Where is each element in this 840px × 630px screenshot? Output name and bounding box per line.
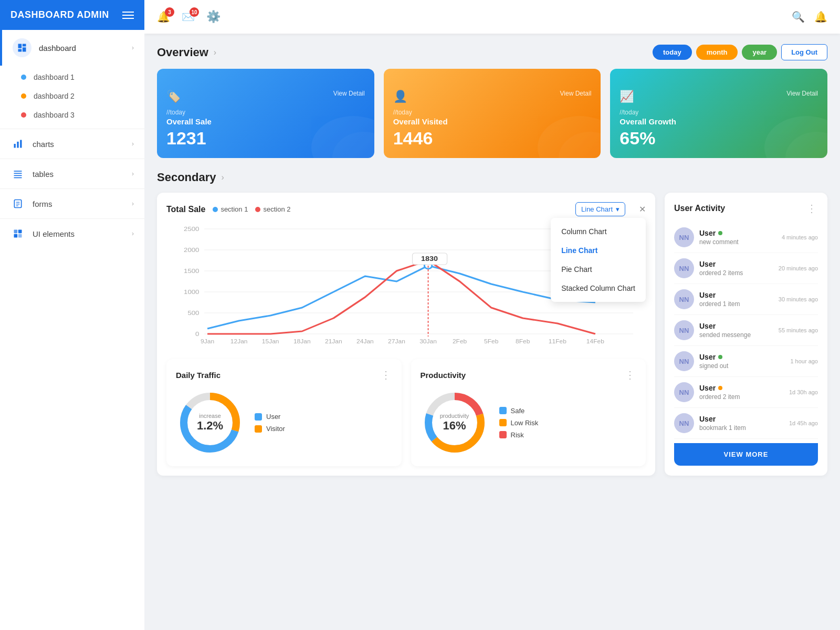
traffic-user-label: User — [266, 413, 280, 421]
legend-label-section1: section 1 — [220, 205, 248, 213]
ua-action-3: sended messenge — [699, 331, 773, 339]
visited-view-detail[interactable]: View Detail — [560, 90, 592, 97]
notification-bell-icon[interactable]: 🔔 — [814, 10, 827, 23]
tab-month[interactable]: month — [696, 45, 738, 60]
ua-item-0: NN User new comment 4 minutes ago — [674, 222, 818, 253]
search-icon[interactable]: 🔍 — [792, 10, 805, 23]
growth-view-detail[interactable]: View Detail — [786, 90, 818, 97]
label-dashboard1: dashboard 1 — [34, 73, 75, 81]
sale-icon: 🏷️ — [166, 90, 181, 103]
dot-dashboard3 — [21, 112, 26, 118]
svg-text:21Jan: 21Jan — [325, 339, 342, 344]
productivity-center-value: 16% — [440, 419, 469, 433]
forms-icon — [10, 196, 25, 211]
forms-chevron: › — [132, 200, 134, 207]
ui-elements-icon — [10, 226, 25, 241]
svg-text:500: 500 — [187, 310, 199, 317]
dropdown-pie-chart[interactable]: Pie Chart — [551, 260, 646, 279]
sidebar-item-tables[interactable]: tables › — [0, 159, 144, 188]
traffic-user-color — [255, 413, 262, 421]
svg-text:0: 0 — [195, 331, 200, 338]
label-ui-elements: UI elements — [33, 229, 132, 238]
label-dashboard2: dashboard 2 — [34, 92, 75, 100]
svg-text:2500: 2500 — [184, 226, 200, 233]
view-more-button[interactable]: VIEW MORE — [674, 443, 818, 466]
secondary-arrow: › — [222, 173, 224, 182]
visited-icon: 👤 — [393, 90, 407, 103]
logout-button[interactable]: Log Out — [781, 44, 827, 60]
ua-user-1: User — [699, 260, 773, 268]
label-dashboard3: dashboard 3 — [34, 111, 75, 119]
ua-status-dot-0 — [718, 231, 722, 235]
traffic-visitor-label: Visitor — [266, 425, 285, 433]
dropdown-line-chart[interactable]: Line Chart — [551, 241, 646, 260]
svg-rect-5 — [14, 175, 22, 176]
svg-text:14Feb: 14Feb — [586, 339, 604, 344]
svg-rect-8 — [16, 202, 20, 203]
main-content: 🔔 3 ✉️ 10 ⚙️ 🔍 🔔 Overview › today month … — [144, 0, 840, 630]
sidebar-item-forms[interactable]: forms › — [0, 188, 144, 218]
overview-arrow: › — [214, 48, 216, 57]
ua-avatar-3: NN — [674, 320, 694, 340]
sidebar-item-dashboard1[interactable]: dashboard 1 — [0, 68, 144, 87]
sidebar: DASHBOARD ADMIN dashboard › dashboard 1 … — [0, 0, 144, 630]
sidebar-header: DASHBOARD ADMIN — [0, 0, 144, 30]
ua-info-6: User bookmark 1 item — [699, 415, 784, 432]
prod-lowrisk-label: Low Risk — [511, 419, 539, 427]
dropdown-column-chart[interactable]: Column Chart — [551, 222, 646, 241]
sidebar-item-charts[interactable]: charts › — [0, 129, 144, 159]
tab-year[interactable]: year — [742, 45, 777, 60]
ua-time-2: 30 minutes ago — [779, 296, 818, 302]
tables-chevron: › — [132, 170, 134, 177]
ua-time-5: 1d 30h ago — [789, 389, 818, 395]
messages-icon[interactable]: ✉️ 10 — [182, 10, 195, 23]
hamburger-menu[interactable] — [122, 12, 134, 19]
ua-item-4: NN User signed out 1 hour ago — [674, 346, 818, 377]
tab-today[interactable]: today — [653, 45, 692, 60]
label-tables: tables — [33, 170, 132, 178]
chart-type-dropdown[interactable]: Line Chart ▾ — [575, 202, 625, 216]
legend-section2: section 2 — [255, 205, 290, 213]
ua-time-1: 20 minutes ago — [779, 265, 818, 271]
ua-item-2: NN User ordered 1 item 30 minutes ago — [674, 284, 818, 315]
ua-action-4: signed out — [699, 362, 785, 370]
daily-traffic-menu[interactable]: ⋮ — [381, 369, 392, 381]
ua-dots-menu[interactable]: ⋮ — [806, 202, 818, 215]
notifications-icon[interactable]: 🔔 3 — [157, 10, 170, 23]
svg-text:15Jan: 15Jan — [262, 339, 279, 344]
productivity-menu[interactable]: ⋮ — [625, 369, 636, 381]
svg-text:30Jan: 30Jan — [419, 339, 437, 344]
prod-risk-label: Risk — [511, 431, 524, 439]
ua-action-2: ordered 1 item — [699, 300, 773, 308]
sidebar-item-dashboard2[interactable]: dashboard 2 — [0, 87, 144, 106]
ua-info-5: User ordered 2 item — [699, 384, 784, 401]
ua-item-1: NN User ordered 2 items 20 minutes ago — [674, 253, 818, 284]
overview-title: Overview — [157, 46, 208, 59]
chart-dropdown: Column Chart Line Chart Pie Chart Stacke… — [551, 218, 646, 302]
productivity-center: productivity 16% — [440, 413, 469, 433]
ua-avatar-4: NN — [674, 351, 694, 371]
settings-icon[interactable]: ⚙️ — [206, 10, 220, 24]
ua-action-6: bookmark 1 item — [699, 424, 784, 432]
user-activity-panel: User Activity ⋮ NN User new comment 4 mi… — [665, 193, 827, 476]
svg-text:2Feb: 2Feb — [453, 339, 467, 344]
ua-action-0: new comment — [699, 238, 776, 246]
sidebar-item-ui-elements[interactable]: UI elements › — [0, 218, 144, 248]
daily-traffic-header: Daily Traffic ⋮ — [176, 369, 392, 381]
sidebar-item-dashboard3[interactable]: dashboard 3 — [0, 106, 144, 124]
charts-icon — [10, 136, 25, 151]
svg-text:27Jan: 27Jan — [388, 339, 405, 344]
ua-avatar-1: NN — [674, 258, 694, 278]
ua-avatar-5: NN — [674, 382, 694, 402]
prod-safe-color — [499, 407, 507, 414]
dropdown-stacked-column-chart[interactable]: Stacked Column Chart — [551, 279, 646, 298]
chart-close-button[interactable]: ✕ — [639, 204, 646, 214]
sidebar-item-dashboard[interactable]: dashboard › — [0, 30, 144, 66]
dropdown-chevron-icon: ▾ — [616, 205, 620, 213]
dashboard-chevron: › — [132, 44, 134, 51]
ua-title: User Activity — [674, 204, 806, 213]
traffic-legend-visitor: Visitor — [255, 425, 285, 433]
overview-tabs: today month year Log Out — [653, 44, 827, 60]
svg-text:1830: 1830 — [421, 255, 438, 262]
sale-view-detail[interactable]: View Detail — [333, 90, 365, 97]
